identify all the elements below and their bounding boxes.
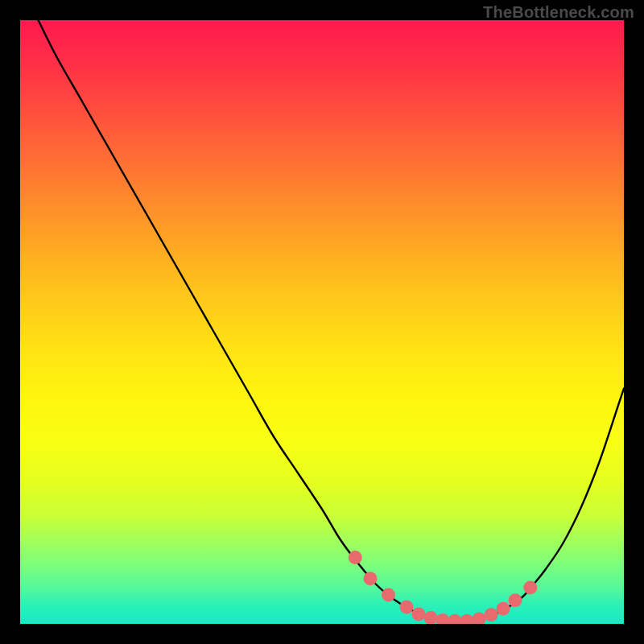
marker-dot — [460, 614, 474, 624]
marker-dot — [523, 581, 537, 595]
marker-dot — [497, 602, 510, 616]
bottleneck-curve — [39, 20, 625, 621]
marker-dot — [473, 613, 486, 625]
marker-dot — [485, 608, 498, 621]
plot-area — [20, 20, 624, 624]
marker-dot — [412, 608, 426, 621]
attribution-text: TheBottleneck.com — [483, 3, 634, 22]
curve-layer — [20, 20, 624, 624]
marker-dot — [382, 588, 395, 602]
chart-frame: TheBottleneck.com — [0, 0, 644, 644]
marker-dot — [349, 551, 362, 564]
marker-dots — [349, 551, 538, 624]
marker-dot — [509, 593, 522, 607]
marker-dot — [364, 572, 378, 585]
marker-dot — [436, 613, 450, 624]
marker-dot — [424, 611, 438, 624]
marker-dot — [400, 601, 414, 614]
marker-dot — [448, 614, 462, 624]
